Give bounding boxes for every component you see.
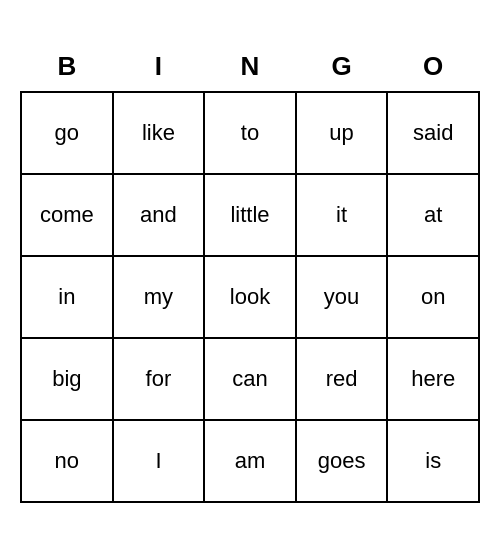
bingo-header-b: B bbox=[21, 42, 113, 92]
bingo-header-i: I bbox=[113, 42, 205, 92]
bingo-cell-4-4: is bbox=[387, 420, 479, 502]
bingo-cell-0-1: like bbox=[113, 92, 205, 174]
bingo-cell-3-4: here bbox=[387, 338, 479, 420]
bingo-cell-3-3: red bbox=[296, 338, 388, 420]
bingo-cell-3-0: big bbox=[21, 338, 113, 420]
bingo-cell-2-1: my bbox=[113, 256, 205, 338]
bingo-cell-4-2: am bbox=[204, 420, 296, 502]
bingo-cell-4-3: goes bbox=[296, 420, 388, 502]
bingo-row-0: goliketoupsaid bbox=[21, 92, 479, 174]
bingo-cell-2-3: you bbox=[296, 256, 388, 338]
bingo-header-n: N bbox=[204, 42, 296, 92]
bingo-cell-3-2: can bbox=[204, 338, 296, 420]
bingo-cell-0-3: up bbox=[296, 92, 388, 174]
bingo-cell-0-2: to bbox=[204, 92, 296, 174]
bingo-cell-2-2: look bbox=[204, 256, 296, 338]
bingo-row-2: inmylookyouon bbox=[21, 256, 479, 338]
bingo-card: BINGO goliketoupsaidcomeandlittleitatinm… bbox=[20, 42, 480, 503]
bingo-cell-2-0: in bbox=[21, 256, 113, 338]
bingo-row-1: comeandlittleitat bbox=[21, 174, 479, 256]
bingo-header-g: G bbox=[296, 42, 388, 92]
bingo-cell-1-2: little bbox=[204, 174, 296, 256]
bingo-cell-0-4: said bbox=[387, 92, 479, 174]
bingo-cell-1-3: it bbox=[296, 174, 388, 256]
bingo-cell-4-0: no bbox=[21, 420, 113, 502]
bingo-cell-0-0: go bbox=[21, 92, 113, 174]
bingo-row-4: noIamgoesis bbox=[21, 420, 479, 502]
bingo-header-o: O bbox=[387, 42, 479, 92]
bingo-cell-2-4: on bbox=[387, 256, 479, 338]
bingo-header-row: BINGO bbox=[21, 42, 479, 92]
bingo-cell-1-4: at bbox=[387, 174, 479, 256]
bingo-cell-4-1: I bbox=[113, 420, 205, 502]
bingo-cell-1-0: come bbox=[21, 174, 113, 256]
bingo-cell-1-1: and bbox=[113, 174, 205, 256]
bingo-cell-3-1: for bbox=[113, 338, 205, 420]
bingo-row-3: bigforcanredhere bbox=[21, 338, 479, 420]
